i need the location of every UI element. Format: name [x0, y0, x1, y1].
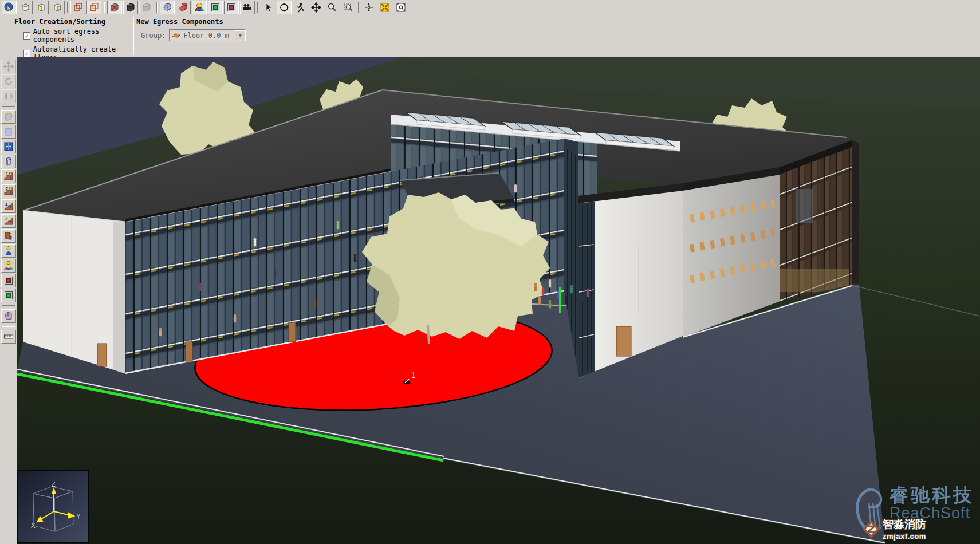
- tool-sidebar: 1 2 1 2: [0, 57, 17, 544]
- end-wall-shade: [113, 221, 125, 373]
- dropdown-arrow-icon[interactable]: ▼: [235, 30, 245, 40]
- walk-person-icon: [295, 2, 305, 13]
- stairs-one-point-tool-button[interactable]: 1: [1, 169, 16, 183]
- stairs-two-point-icon: 2: [3, 186, 14, 196]
- select-arrow-button[interactable]: [261, 1, 275, 14]
- wire-cube-outline-button[interactable]: [70, 1, 85, 14]
- options-panelbar: Floor Creation/Sorting ✓ Auto sort egres…: [0, 15, 980, 57]
- cube-corner-yellow-icon: [20, 2, 30, 13]
- wire-cube-bold-button[interactable]: [86, 1, 101, 14]
- divide-room-tool-button[interactable]: [1, 140, 16, 153]
- toolbar-separator: [156, 2, 158, 13]
- exit-door-tool-button[interactable]: [1, 289, 16, 302]
- new-egress-title: New Egress Components: [136, 18, 274, 26]
- building-right-edge: [852, 140, 859, 285]
- zoom-window-button[interactable]: [341, 1, 356, 14]
- cube-corner-yellow-button[interactable]: [18, 1, 33, 14]
- cube-gray-button[interactable]: [139, 1, 154, 14]
- main-toolbar: [0, 0, 980, 15]
- door-display-green-icon: [210, 2, 221, 13]
- navigate-sphere-button[interactable]: [2, 1, 17, 14]
- escalator-tool-button[interactable]: [1, 229, 16, 243]
- elevator-tool-button[interactable]: [1, 309, 16, 323]
- walk-person-button[interactable]: [293, 1, 308, 14]
- center-view-button[interactable]: [361, 1, 376, 14]
- extrude-wall-tool-button[interactable]: [1, 155, 16, 168]
- zoom-magnifier-button[interactable]: [325, 1, 340, 14]
- mirror-tool-button[interactable]: [1, 89, 16, 103]
- cube-face-yellow-button[interactable]: [34, 1, 49, 14]
- tree-trunk: [428, 325, 429, 344]
- bricks-red-icon: [178, 2, 188, 13]
- viewport-3d[interactable]: 1 Z Y X: [17, 57, 980, 544]
- measure-icon: [3, 332, 14, 342]
- toolbar-separator: [67, 2, 68, 13]
- occupants-show-icon: [194, 2, 204, 13]
- group-dropdown[interactable]: Floor 0.0 m ▼: [169, 29, 246, 41]
- cube-dark-button[interactable]: [123, 1, 138, 14]
- pan-arrows-icon: [311, 2, 321, 13]
- rotate-tool-button[interactable]: [1, 74, 16, 88]
- zoom-window-icon: [343, 2, 353, 13]
- cube-dark-icon: [125, 2, 136, 13]
- divide-room-icon: [3, 141, 14, 152]
- zoom-extents-button[interactable]: [377, 1, 392, 14]
- occupant-tool-button[interactable]: [1, 244, 16, 258]
- auto-sort-checkbox[interactable]: ✓: [23, 32, 30, 40]
- axis-x-label: X: [31, 521, 36, 530]
- wire-cube-bold-icon: [89, 2, 99, 13]
- camera-button[interactable]: [240, 1, 255, 14]
- pan-arrows-button[interactable]: [309, 1, 324, 14]
- application-window: Floor Creation/Sorting ✓ Auto sort egres…: [0, 0, 980, 544]
- svg-text:1: 1: [6, 172, 8, 176]
- bricks-red-button[interactable]: [176, 1, 191, 14]
- move-icon: [3, 61, 14, 72]
- svg-text:1: 1: [5, 202, 7, 207]
- select-arrow-icon: [263, 2, 273, 13]
- new-egress-panel: New Egress Components Group: Floor 0.0 m…: [136, 18, 274, 41]
- center-view-icon: [364, 2, 374, 13]
- zoom-selection-icon: [396, 2, 406, 13]
- ramp-two-point-tool-button[interactable]: 2: [1, 214, 16, 228]
- marker-label: 1: [411, 371, 416, 380]
- zoom-magnifier-icon: [327, 2, 337, 13]
- rect-room-tool-button[interactable]: [1, 125, 16, 139]
- door-display-green-button[interactable]: [208, 1, 223, 14]
- zoom-extents-icon: [380, 2, 390, 13]
- axis-gizmo: Z Y X: [18, 471, 89, 543]
- escalator-icon: [3, 231, 14, 241]
- floor-creation-title: Floor Creation/Sorting: [14, 18, 132, 26]
- orbit-tool-button[interactable]: [277, 1, 292, 14]
- ramp-two-point-icon: 2: [3, 216, 14, 226]
- axis-z-label: Z: [51, 480, 56, 488]
- ramp-one-point-tool-button[interactable]: 1: [1, 199, 16, 213]
- svg-text:2: 2: [6, 187, 8, 191]
- cube-small-yellow-button[interactable]: [50, 1, 65, 14]
- group-dropdown-value: Floor 0.0 m: [183, 31, 229, 40]
- door-display-red-button[interactable]: [224, 1, 239, 14]
- wire-cube-outline-icon: [73, 2, 83, 13]
- group-label: Group:: [141, 31, 166, 40]
- occupant-group-tool-button[interactable]: [1, 259, 16, 273]
- rotate-icon: [3, 76, 14, 86]
- door-tool-button[interactable]: [1, 274, 16, 287]
- polygon-room-tool-button[interactable]: [1, 110, 16, 124]
- cube-hidden-x-icon: [109, 2, 120, 13]
- cube-hidden-x-button[interactable]: [107, 1, 122, 14]
- occupants-show-button[interactable]: [192, 1, 207, 14]
- shard-blue-button[interactable]: [160, 1, 175, 14]
- toolbar-separator: [257, 2, 258, 13]
- measure-tool-button[interactable]: [1, 330, 16, 344]
- rect-room-icon: [3, 127, 14, 137]
- zoom-selection-button[interactable]: [393, 1, 408, 14]
- door-display-red-icon: [226, 2, 237, 13]
- auto-create-floors-checkbox[interactable]: ✓: [23, 50, 30, 57]
- extrude-wall-icon: [3, 156, 14, 167]
- orbit-tool-icon: [279, 2, 289, 13]
- navigate-sphere-icon: [4, 2, 14, 13]
- sidebar-separator: [2, 305, 15, 306]
- cube-gray-icon: [141, 2, 152, 13]
- cube-face-yellow-icon: [36, 2, 46, 13]
- stairs-two-point-tool-button[interactable]: 2: [1, 184, 16, 198]
- move-tool-button[interactable]: [1, 60, 16, 73]
